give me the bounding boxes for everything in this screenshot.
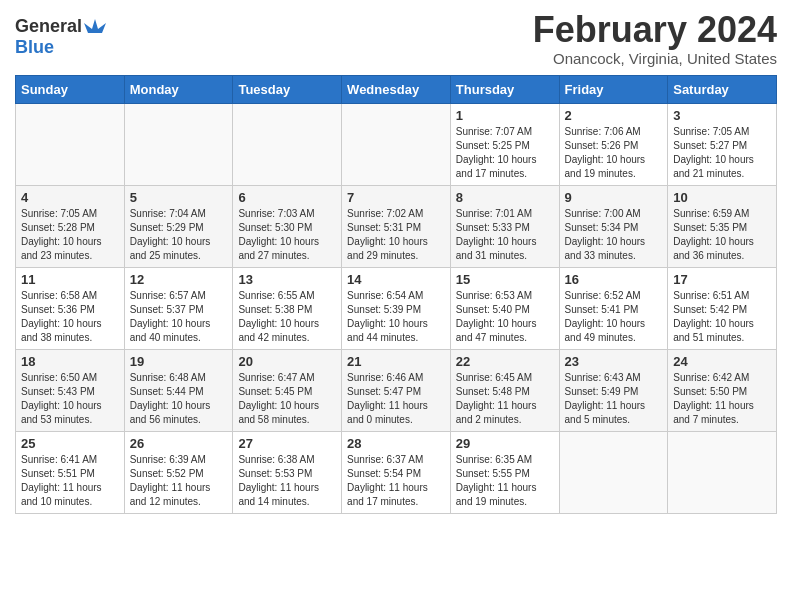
day-info: Sunrise: 6:48 AM Sunset: 5:44 PM Dayligh… [130, 371, 228, 427]
col-friday: Friday [559, 75, 668, 103]
table-row: 26Sunrise: 6:39 AM Sunset: 5:52 PM Dayli… [124, 431, 233, 513]
calendar-week-row: 4Sunrise: 7:05 AM Sunset: 5:28 PM Daylig… [16, 185, 777, 267]
table-row: 24Sunrise: 6:42 AM Sunset: 5:50 PM Dayli… [668, 349, 777, 431]
day-info: Sunrise: 6:37 AM Sunset: 5:54 PM Dayligh… [347, 453, 445, 509]
table-row: 15Sunrise: 6:53 AM Sunset: 5:40 PM Dayli… [450, 267, 559, 349]
day-number: 3 [673, 108, 771, 123]
day-info: Sunrise: 7:06 AM Sunset: 5:26 PM Dayligh… [565, 125, 663, 181]
calendar-week-row: 1Sunrise: 7:07 AM Sunset: 5:25 PM Daylig… [16, 103, 777, 185]
day-info: Sunrise: 6:51 AM Sunset: 5:42 PM Dayligh… [673, 289, 771, 345]
table-row [124, 103, 233, 185]
col-tuesday: Tuesday [233, 75, 342, 103]
day-info: Sunrise: 6:54 AM Sunset: 5:39 PM Dayligh… [347, 289, 445, 345]
day-number: 12 [130, 272, 228, 287]
title-area: February 2024 Onancock, Virginia, United… [533, 10, 777, 67]
calendar-week-row: 11Sunrise: 6:58 AM Sunset: 5:36 PM Dayli… [16, 267, 777, 349]
day-number: 24 [673, 354, 771, 369]
day-number: 14 [347, 272, 445, 287]
location-subtitle: Onancock, Virginia, United States [533, 50, 777, 67]
table-row: 19Sunrise: 6:48 AM Sunset: 5:44 PM Dayli… [124, 349, 233, 431]
day-number: 29 [456, 436, 554, 451]
day-number: 15 [456, 272, 554, 287]
table-row: 23Sunrise: 6:43 AM Sunset: 5:49 PM Dayli… [559, 349, 668, 431]
day-number: 4 [21, 190, 119, 205]
col-wednesday: Wednesday [342, 75, 451, 103]
day-info: Sunrise: 7:04 AM Sunset: 5:29 PM Dayligh… [130, 207, 228, 263]
day-info: Sunrise: 6:47 AM Sunset: 5:45 PM Dayligh… [238, 371, 336, 427]
day-info: Sunrise: 6:52 AM Sunset: 5:41 PM Dayligh… [565, 289, 663, 345]
day-info: Sunrise: 6:41 AM Sunset: 5:51 PM Dayligh… [21, 453, 119, 509]
table-row: 18Sunrise: 6:50 AM Sunset: 5:43 PM Dayli… [16, 349, 125, 431]
day-number: 8 [456, 190, 554, 205]
day-info: Sunrise: 6:42 AM Sunset: 5:50 PM Dayligh… [673, 371, 771, 427]
day-info: Sunrise: 7:00 AM Sunset: 5:34 PM Dayligh… [565, 207, 663, 263]
logo: General Blue [15, 15, 106, 58]
calendar-week-row: 18Sunrise: 6:50 AM Sunset: 5:43 PM Dayli… [16, 349, 777, 431]
table-row [668, 431, 777, 513]
day-info: Sunrise: 6:57 AM Sunset: 5:37 PM Dayligh… [130, 289, 228, 345]
table-row: 29Sunrise: 6:35 AM Sunset: 5:55 PM Dayli… [450, 431, 559, 513]
table-row: 27Sunrise: 6:38 AM Sunset: 5:53 PM Dayli… [233, 431, 342, 513]
calendar-week-row: 25Sunrise: 6:41 AM Sunset: 5:51 PM Dayli… [16, 431, 777, 513]
table-row: 9Sunrise: 7:00 AM Sunset: 5:34 PM Daylig… [559, 185, 668, 267]
table-row: 14Sunrise: 6:54 AM Sunset: 5:39 PM Dayli… [342, 267, 451, 349]
table-row: 4Sunrise: 7:05 AM Sunset: 5:28 PM Daylig… [16, 185, 125, 267]
month-title: February 2024 [533, 10, 777, 50]
table-row: 2Sunrise: 7:06 AM Sunset: 5:26 PM Daylig… [559, 103, 668, 185]
day-number: 20 [238, 354, 336, 369]
table-row: 17Sunrise: 6:51 AM Sunset: 5:42 PM Dayli… [668, 267, 777, 349]
table-row: 8Sunrise: 7:01 AM Sunset: 5:33 PM Daylig… [450, 185, 559, 267]
day-info: Sunrise: 7:05 AM Sunset: 5:28 PM Dayligh… [21, 207, 119, 263]
col-saturday: Saturday [668, 75, 777, 103]
col-monday: Monday [124, 75, 233, 103]
day-number: 5 [130, 190, 228, 205]
day-number: 17 [673, 272, 771, 287]
table-row [559, 431, 668, 513]
table-row: 11Sunrise: 6:58 AM Sunset: 5:36 PM Dayli… [16, 267, 125, 349]
logo-blue-text: Blue [15, 37, 54, 58]
table-row [233, 103, 342, 185]
day-info: Sunrise: 6:46 AM Sunset: 5:47 PM Dayligh… [347, 371, 445, 427]
table-row [342, 103, 451, 185]
day-info: Sunrise: 7:07 AM Sunset: 5:25 PM Dayligh… [456, 125, 554, 181]
table-row: 13Sunrise: 6:55 AM Sunset: 5:38 PM Dayli… [233, 267, 342, 349]
day-info: Sunrise: 6:59 AM Sunset: 5:35 PM Dayligh… [673, 207, 771, 263]
day-info: Sunrise: 6:53 AM Sunset: 5:40 PM Dayligh… [456, 289, 554, 345]
day-number: 7 [347, 190, 445, 205]
table-row: 21Sunrise: 6:46 AM Sunset: 5:47 PM Dayli… [342, 349, 451, 431]
calendar-table: Sunday Monday Tuesday Wednesday Thursday… [15, 75, 777, 514]
table-row: 3Sunrise: 7:05 AM Sunset: 5:27 PM Daylig… [668, 103, 777, 185]
header: General Blue February 2024 Onancock, Vir… [15, 10, 777, 67]
day-number: 6 [238, 190, 336, 205]
day-info: Sunrise: 7:05 AM Sunset: 5:27 PM Dayligh… [673, 125, 771, 181]
day-number: 13 [238, 272, 336, 287]
table-row: 10Sunrise: 6:59 AM Sunset: 5:35 PM Dayli… [668, 185, 777, 267]
table-row: 1Sunrise: 7:07 AM Sunset: 5:25 PM Daylig… [450, 103, 559, 185]
col-thursday: Thursday [450, 75, 559, 103]
day-number: 19 [130, 354, 228, 369]
table-row: 20Sunrise: 6:47 AM Sunset: 5:45 PM Dayli… [233, 349, 342, 431]
day-number: 23 [565, 354, 663, 369]
table-row: 28Sunrise: 6:37 AM Sunset: 5:54 PM Dayli… [342, 431, 451, 513]
day-number: 10 [673, 190, 771, 205]
table-row: 22Sunrise: 6:45 AM Sunset: 5:48 PM Dayli… [450, 349, 559, 431]
day-info: Sunrise: 6:39 AM Sunset: 5:52 PM Dayligh… [130, 453, 228, 509]
day-info: Sunrise: 6:38 AM Sunset: 5:53 PM Dayligh… [238, 453, 336, 509]
day-number: 25 [21, 436, 119, 451]
table-row: 6Sunrise: 7:03 AM Sunset: 5:30 PM Daylig… [233, 185, 342, 267]
table-row: 5Sunrise: 7:04 AM Sunset: 5:29 PM Daylig… [124, 185, 233, 267]
day-number: 9 [565, 190, 663, 205]
table-row [16, 103, 125, 185]
day-number: 16 [565, 272, 663, 287]
day-info: Sunrise: 6:58 AM Sunset: 5:36 PM Dayligh… [21, 289, 119, 345]
day-info: Sunrise: 6:35 AM Sunset: 5:55 PM Dayligh… [456, 453, 554, 509]
day-number: 22 [456, 354, 554, 369]
day-info: Sunrise: 6:43 AM Sunset: 5:49 PM Dayligh… [565, 371, 663, 427]
table-row: 16Sunrise: 6:52 AM Sunset: 5:41 PM Dayli… [559, 267, 668, 349]
svg-marker-0 [84, 19, 106, 33]
day-info: Sunrise: 7:01 AM Sunset: 5:33 PM Dayligh… [456, 207, 554, 263]
table-row: 7Sunrise: 7:02 AM Sunset: 5:31 PM Daylig… [342, 185, 451, 267]
table-row: 25Sunrise: 6:41 AM Sunset: 5:51 PM Dayli… [16, 431, 125, 513]
day-number: 11 [21, 272, 119, 287]
logo-icon [84, 15, 106, 37]
